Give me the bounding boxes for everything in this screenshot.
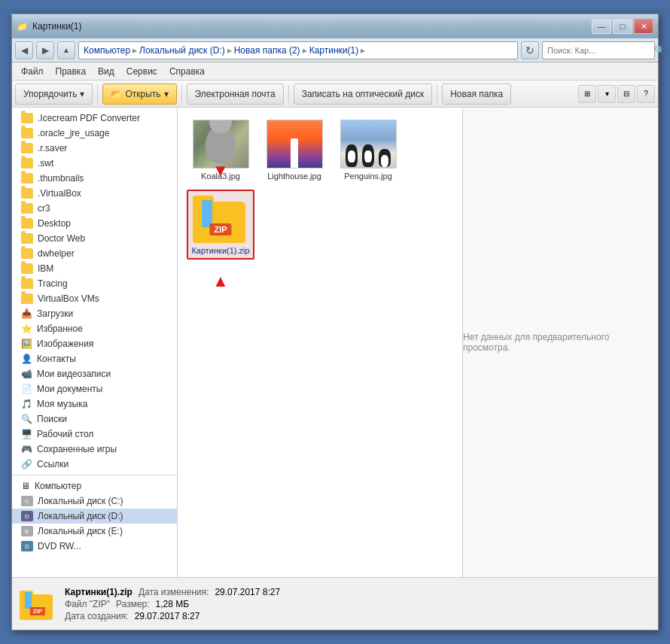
organize-chevron-icon: ▾ [80,89,84,99]
view-dropdown-button[interactable]: ▾ [598,85,616,103]
special-folder-icon: 🔗 [21,459,32,469]
special-folder-icon: 🖼️ [21,339,32,349]
burn-button[interactable]: Записать на оптический диск [294,84,433,105]
menu-file[interactable]: Файл [15,65,50,78]
sidebar-item-swt[interactable]: .swt [12,156,177,171]
sidebar-label: IBM [38,263,53,274]
sidebar-item-desktop2[interactable]: 🖥️ Рабочий стол [12,427,177,442]
maximize-button[interactable]: □ [613,19,632,34]
file-item-koala[interactable]: Koala3.jpg [187,117,254,184]
status-zip-stripe [25,592,32,609]
view-mode-button[interactable]: ⊞ [578,85,596,103]
toolbar-sep-1 [97,85,98,103]
sidebar-label: Ссылки [37,459,69,469]
sidebar-label: .Icecream PDF Converter [38,113,140,123]
folder-icon [21,203,33,214]
status-bar: ZIP Картинки(1).zip Дата изменения: 29.0… [12,577,658,630]
folder-icon [21,113,33,123]
back-button[interactable]: ◀ [15,41,33,59]
zip-item-wrapper: ▼ ZIP Картинки(1).zip ▲ [187,190,254,260]
file-name-lighthouse: Lighthouse.jpg [267,172,321,181]
toolbar: Упорядочить ▾ 📂 Открыть ▾ Электронная по… [12,80,658,108]
explorer-window: 📁 Картинки(1) — □ ✕ ◀ ▶ ▲ Компьютер ▸ Ло… [11,14,659,630]
koala-head [209,120,232,133]
sidebar-item-oracle[interactable]: .oracle_jre_usage [12,126,177,141]
breadcrumb-sep-2: ▸ [227,45,232,56]
lighthouse-image [267,120,322,169]
sidebar-item-thumbnails[interactable]: .thumbnails [12,171,177,186]
sidebar-label: Поиски [37,414,67,424]
sidebar-item-rsaver[interactable]: .r.saver [12,141,177,156]
sidebar-item-dvd[interactable]: D DVD RW... [12,539,177,554]
status-type-label: Файл "ZIP" [65,599,110,609]
file-item-zip[interactable]: ZIP Картинки(1).zip [187,190,254,260]
menu-help[interactable]: Справка [163,65,211,78]
sidebar-item-music[interactable]: 🎵 Моя музыка [12,396,177,412]
sidebar-item-icecream[interactable]: .Icecream PDF Converter [12,111,177,126]
view-pane-button[interactable]: ⊟ [617,85,635,103]
open-folder-icon: 📂 [111,89,122,99]
sidebar-item-drive-d[interactable]: D Локальный диск (D:) [12,509,177,524]
breadcrumb-sep-4: ▸ [361,45,365,56]
help-button[interactable]: ? [637,85,655,103]
status-type-row: Файл "ZIP" Размер: 1,28 МБ [65,599,280,609]
sidebar-item-desktop[interactable]: Desktop [12,216,177,231]
sidebar-item-cr3[interactable]: cr3 [12,201,177,216]
status-zip-icon: ZIP [20,588,56,620]
sidebar-item-documents[interactable]: 📄 Мои документы [12,381,177,396]
sidebar-label: Моя музыка [37,399,87,409]
menu-edit[interactable]: Правка [50,65,93,78]
breadcrumb-disk-d[interactable]: Локальный диск (D:) [139,45,225,56]
sidebar-item-drive-e[interactable]: E Локальный диск (E:) [12,524,177,539]
breadcrumb-kartinki[interactable]: Картинки(1) [309,45,359,56]
refresh-button[interactable]: ↻ [521,41,539,59]
breadcrumb-computer[interactable]: Компьютер [84,45,130,56]
sidebar-item-computer[interactable]: 🖥 Компьютер [12,478,177,494]
menu-tools[interactable]: Сервис [120,65,163,78]
folder-icon [21,293,33,304]
sidebar-item-ibm[interactable]: IBM [12,261,177,276]
breadcrumb-new-folder[interactable]: Новая папка (2) [234,45,300,56]
sidebar-label: dwhelper [38,248,75,259]
sidebar-item-searches[interactable]: 🔍 Поиски [12,412,177,427]
sidebar-item-saved-games[interactable]: 🎮 Сохраненные игры [12,442,177,457]
forward-button[interactable]: ▶ [36,41,54,59]
status-modified-value: 29.07.2017 8:27 [215,587,280,597]
new-folder-button[interactable]: Новая папка [442,84,511,105]
sidebar-item-videos[interactable]: 📹 Мои видеозаписи [12,366,177,381]
search-icon: 🔍 [654,45,665,56]
sidebar-item-dwhelper[interactable]: dwhelper [12,246,177,261]
sidebar-item-doctor-web[interactable]: Doctor Web [12,231,177,246]
sidebar-item-links[interactable]: 🔗 Ссылки [12,457,177,472]
sidebar-label: DVD RW... [38,541,81,551]
sidebar-item-virtualbox-vms[interactable]: VirtualBox VMs [12,291,177,306]
menu-view[interactable]: Вид [92,65,120,78]
sidebar-item-downloads[interactable]: 📥 Загрузки [12,306,177,321]
sidebar-item-favorites[interactable]: ⭐ Избранное [12,321,177,336]
search-input[interactable] [547,46,651,55]
lighthouse-tower [291,138,298,169]
file-item-lighthouse[interactable]: Lighthouse.jpg [260,117,328,184]
close-button[interactable]: ✕ [634,19,653,34]
search-bar[interactable]: 🔍 [542,41,655,59]
sidebar-label: Рабочий стол [37,429,93,439]
sidebar-item-images[interactable]: 🖼️ Изображения [12,336,177,351]
email-button[interactable]: Электронная почта [187,84,284,105]
sidebar-label: Загрузки [37,308,73,319]
dvd-icon: D [21,541,33,551]
title-bar: 📁 Картинки(1) — □ ✕ [12,14,658,38]
sidebar-item-drive-c[interactable]: C Локальный диск (C:) [12,494,177,509]
minimize-button[interactable]: — [592,19,611,34]
penguin-2 [362,144,374,167]
file-item-penguins[interactable]: Penguins.jpg [334,117,402,184]
sidebar-item-contacts[interactable]: 👤 Контакты [12,351,177,366]
breadcrumb-bar[interactable]: Компьютер ▸ Локальный диск (D:) ▸ Новая … [78,41,518,59]
sidebar-item-virtualbox[interactable]: .VirtualBox [12,186,177,201]
open-button[interactable]: 📂 Открыть ▾ [102,84,176,105]
up-button[interactable]: ▲ [57,41,75,59]
sidebar-label: Избранное [37,324,83,334]
file-name-zip: Картинки(1).zip [191,246,249,255]
sidebar-label: Tracing [38,278,68,289]
organize-button[interactable]: Упорядочить ▾ [15,84,93,105]
sidebar-item-tracing[interactable]: Tracing [12,276,177,291]
